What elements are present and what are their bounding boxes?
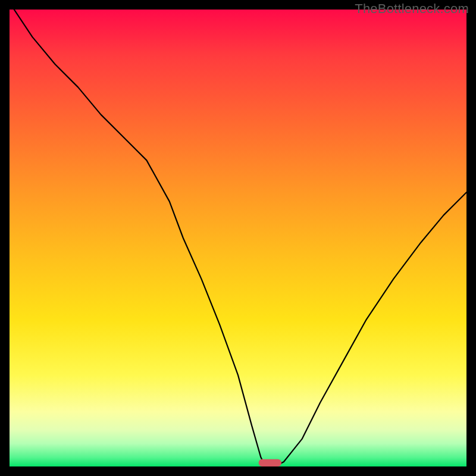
- bottleneck-curve: [14, 10, 466, 466]
- plot-area: [10, 10, 466, 466]
- optimal-marker: [259, 459, 281, 466]
- chart-stage: TheBottleneck.com: [0, 0, 476, 476]
- plot-overlay: [10, 10, 466, 466]
